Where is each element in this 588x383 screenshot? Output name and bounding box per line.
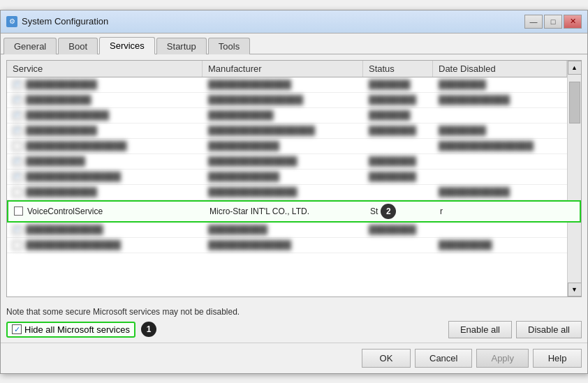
voice-control-service-row[interactable]: VoiceControlService Micro-Star INT'L CO.… (7, 200, 581, 223)
enable-all-button[interactable]: Enable all (448, 321, 512, 338)
scroll-up-button[interactable]: ▲ (568, 61, 582, 75)
badge-2: 2 (381, 204, 396, 219)
table-body: ████████████ ██████████████ ███████ ████… (7, 77, 581, 295)
col-manufacturer: Manufacturer (203, 61, 363, 77)
help-button[interactable]: Help (533, 349, 582, 368)
apply-button[interactable]: Apply (476, 349, 529, 368)
enable-disable-buttons: Enable all Disable all (448, 321, 582, 338)
tab-boot[interactable]: Boot (58, 38, 98, 54)
ok-button[interactable]: OK (362, 349, 411, 368)
title-bar-left: ⚙ System Configuration (6, 16, 108, 27)
scrollbar[interactable]: ▲ ▼ (567, 61, 581, 296)
title-bar: ⚙ System Configuration — □ ✕ (1, 10, 587, 33)
table-row[interactable]: █████████████ ██████████ ████████ (7, 223, 581, 238)
service-status: St 2 (365, 202, 434, 221)
bottom-row: Hide all Microsoft services 1 Enable all… (6, 321, 582, 338)
hide-ms-label: Hide all Microsoft services (24, 324, 130, 335)
service-date: r (434, 202, 580, 221)
tab-general[interactable]: General (3, 38, 57, 54)
col-service: Service (7, 61, 203, 77)
badge-1: 1 (141, 322, 156, 337)
cancel-button[interactable]: Cancel (415, 349, 472, 368)
scroll-track[interactable] (568, 75, 581, 283)
bottom-section: Note that some secure Microsoft services… (1, 303, 587, 343)
voice-service-checkbox[interactable] (14, 206, 23, 216)
disable-all-button[interactable]: Disable all (516, 321, 582, 338)
col-date-disabled: Date Disabled (433, 61, 567, 77)
table-row[interactable]: ████████████████ ██████████████ ████████… (7, 238, 581, 253)
service-manufacturer: Micro-Star INT'L CO., LTD. (204, 202, 365, 221)
system-config-window: ⚙ System Configuration — □ ✕ General Boo… (0, 10, 588, 374)
tab-services[interactable]: Services (99, 37, 155, 54)
note-text: Note that some secure Microsoft services… (6, 307, 582, 317)
service-name: VoiceControlService (27, 206, 103, 216)
table-row[interactable]: ████████████ ██████████████████ ████████… (7, 123, 581, 139)
maximize-button[interactable]: □ (544, 15, 562, 29)
tab-bar: General Boot Services Startup Tools (1, 33, 587, 54)
table-header: Service Manufacturer Status Date Disable… (7, 61, 581, 77)
table-row[interactable]: ████████████████ ████████████ ████████ (7, 170, 581, 185)
table-row[interactable]: ████████████ ██████████████ ███████ ████… (7, 77, 581, 93)
table-row[interactable]: ██████████████ ███████████ ███████ (7, 108, 581, 123)
tab-startup[interactable]: Startup (156, 38, 207, 54)
hide-ms-checkbox[interactable] (12, 324, 22, 334)
scroll-thumb[interactable] (569, 82, 580, 123)
dialog-buttons: OK Cancel Apply Help (1, 343, 587, 373)
hide-ms-services-section: Hide all Microsoft services (6, 322, 135, 338)
tab-tools[interactable]: Tools (208, 38, 250, 54)
app-icon: ⚙ (6, 16, 17, 27)
window-controls: — □ ✕ (524, 15, 582, 29)
service-checkbox-cell: VoiceControlService (8, 202, 204, 221)
table-row[interactable]: █████████████████ ████████████ █████████… (7, 139, 581, 154)
services-table: Service Manufacturer Status Date Disable… (6, 60, 582, 297)
table-row[interactable]: ███████████ ████████████████ ████████ ██… (7, 93, 581, 108)
col-status: Status (363, 61, 433, 77)
table-row[interactable]: ████████████ ███████████████ ███████████… (7, 185, 581, 200)
window-title: System Configuration (22, 16, 108, 27)
minimize-button[interactable]: — (524, 15, 543, 29)
main-content: Service Manufacturer Status Date Disable… (1, 54, 587, 303)
scroll-down-button[interactable]: ▼ (568, 283, 582, 296)
table-row[interactable]: ██████████ ███████████████ ████████ (7, 154, 581, 170)
close-button[interactable]: ✕ (564, 15, 582, 29)
